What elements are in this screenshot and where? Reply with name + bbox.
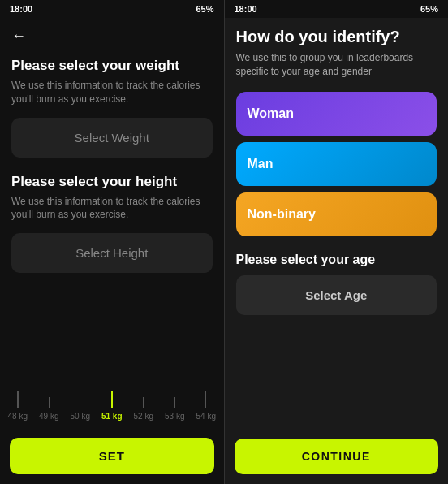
right-desc: We use this to group you in leaderboards… bbox=[236, 51, 437, 79]
weight-desc: We use this information to track the cal… bbox=[11, 79, 213, 106]
left-status-icons: 65% bbox=[196, 4, 213, 14]
back-button[interactable]: ← bbox=[11, 28, 26, 45]
right-title: How do you identify? bbox=[236, 28, 437, 46]
ruler-item: 53 kg bbox=[165, 397, 184, 421]
gender-nonbinary-button[interactable]: Non-binary bbox=[236, 192, 437, 236]
right-battery: 65% bbox=[420, 4, 438, 14]
ruler-item: 49 kg bbox=[39, 397, 58, 421]
ruler-tick bbox=[49, 397, 50, 408]
height-section: Please select your height We use this in… bbox=[11, 174, 213, 290]
select-height-button[interactable]: Select Height bbox=[11, 233, 213, 273]
age-title: Please select your age bbox=[236, 253, 437, 267]
left-status-bar: 18:00 65% bbox=[0, 0, 224, 18]
select-weight-button[interactable]: Select Weight bbox=[11, 118, 213, 158]
ruler-label: 48 kg bbox=[8, 412, 28, 421]
ruler-tick bbox=[80, 391, 81, 408]
select-age-button[interactable]: Select Age bbox=[236, 275, 437, 315]
left-time: 18:00 bbox=[10, 4, 32, 14]
continue-button[interactable]: CONTINUE bbox=[235, 439, 439, 474]
right-status-icons: 65% bbox=[420, 4, 438, 14]
ruler-item: 52 kg bbox=[134, 397, 153, 421]
weight-title: Please select your weight bbox=[11, 58, 213, 74]
left-battery: 65% bbox=[196, 4, 213, 14]
right-panel: 18:00 65% How do you identify? We use th… bbox=[225, 0, 449, 484]
age-section: Please select your age Select Age bbox=[236, 253, 437, 315]
set-button[interactable]: SET bbox=[10, 438, 214, 474]
height-title: Please select your height bbox=[11, 174, 213, 190]
ruler-item-active: 51 kg bbox=[101, 391, 123, 421]
ruler-tick bbox=[174, 397, 176, 408]
ruler-tick-active bbox=[111, 391, 113, 408]
right-content: How do you identify? We use this to grou… bbox=[225, 18, 449, 484]
ruler-item: 48 kg bbox=[8, 391, 28, 421]
ruler-label: 54 kg bbox=[196, 412, 215, 421]
ruler-tick bbox=[143, 397, 144, 408]
gender-woman-button[interactable]: Woman bbox=[236, 92, 437, 136]
gender-woman-label: Woman bbox=[248, 106, 294, 120]
ruler-label: 52 kg bbox=[134, 412, 153, 421]
ruler-track: 48 kg 49 kg 50 kg 51 kg 52 kg 53 kg bbox=[0, 388, 224, 421]
gender-man-button[interactable]: Man bbox=[236, 142, 437, 186]
ruler-tick bbox=[205, 391, 207, 408]
ruler-label: 50 kg bbox=[71, 412, 90, 421]
ruler-label-active: 51 kg bbox=[101, 412, 123, 421]
weight-ruler: 48 kg 49 kg 50 kg 51 kg 52 kg 53 kg bbox=[0, 378, 224, 427]
weight-section: Please select your weight We use this in… bbox=[11, 58, 213, 174]
right-time: 18:00 bbox=[235, 4, 257, 14]
ruler-label: 53 kg bbox=[165, 412, 184, 421]
gender-nonbinary-label: Non-binary bbox=[248, 207, 316, 221]
gender-man-label: Man bbox=[248, 157, 274, 171]
ruler-item: 54 kg bbox=[196, 391, 215, 421]
left-panel: 18:00 65% ← Please select your weight We… bbox=[0, 0, 224, 484]
ruler-label: 49 kg bbox=[39, 412, 58, 421]
ruler-item: 50 kg bbox=[71, 391, 90, 421]
right-status-bar: 18:00 65% bbox=[225, 0, 449, 18]
height-desc: We use this information to track the cal… bbox=[11, 195, 213, 223]
ruler-tick bbox=[17, 391, 19, 408]
